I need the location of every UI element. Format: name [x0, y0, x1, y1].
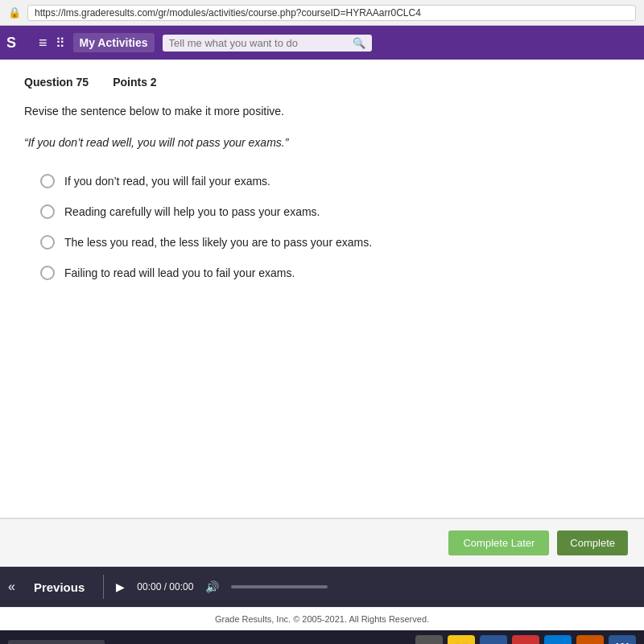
question-number: Question 75 — [24, 76, 89, 89]
question-points: Points 2 — [113, 76, 156, 89]
play-icon[interactable]: ▶ — [116, 580, 125, 593]
taskbar-icon-orange[interactable]: 9+ — [576, 635, 604, 644]
sidebar-s-label: S — [0, 26, 23, 60]
complete-later-button[interactable]: Complete Later — [448, 530, 549, 555]
option-item[interactable]: Reading carefully will help you to pass … — [40, 204, 620, 219]
option-text-2: Reading carefully will help you to pass … — [64, 205, 320, 218]
url-bar[interactable]: https://lms.graderesults.com/gr/modules/… — [27, 5, 636, 21]
footer-divider — [103, 575, 104, 599]
audio-progress-bar[interactable] — [231, 585, 328, 588]
question-header: Question 75 Points 2 — [24, 76, 620, 89]
radio-option-2[interactable] — [40, 204, 55, 219]
complete-button[interactable]: Complete — [557, 530, 628, 555]
volume-icon[interactable]: 🔊 — [205, 580, 219, 593]
main-content: Question 75 Points 2 Revise the sentence… — [0, 60, 644, 518]
option-text-3: The less you read, the less likely you a… — [64, 236, 372, 249]
taskbar-icons: ⊞ 📁 ⊞ 10 e 9+ W — [415, 635, 636, 644]
options-list: If you don’t read, you will fail your ex… — [40, 174, 620, 280]
option-item[interactable]: Failing to read will lead you to fail yo… — [40, 266, 620, 280]
taskbar-icon-edge[interactable]: e — [544, 635, 572, 644]
chevron-left-icon[interactable]: « — [8, 580, 15, 594]
option-item[interactable]: If you don’t read, you will fail your ex… — [40, 174, 620, 188]
search-bar: 🔍 — [163, 35, 372, 52]
menu-icon[interactable]: ≡ — [39, 35, 47, 52]
taskbar-search-input[interactable] — [8, 640, 105, 644]
taskbar-icon-windows-store[interactable]: ⊞ — [480, 635, 507, 644]
taskbar-icon-10[interactable]: 10 — [512, 635, 539, 644]
taskbar-icon-folder[interactable]: 📁 — [448, 635, 475, 644]
radio-option-4[interactable] — [40, 266, 55, 280]
question-quote: “If you don’t read well, you will not pa… — [24, 134, 620, 151]
option-text-1: If you don’t read, you will fail your ex… — [64, 175, 270, 188]
option-item[interactable]: The less you read, the less likely you a… — [40, 235, 620, 250]
question-instruction: Revise the sentence below to make it mor… — [24, 103, 620, 120]
top-nav: S ≡ ⠿ My Activities 🔍 — [0, 26, 644, 60]
taskbar-icon-word[interactable]: W — [609, 635, 636, 644]
footer-nav: « Previous ▶ 00:00 / 00:00 🔊 — [0, 567, 644, 607]
browser-bar: 🔒 https://lms.graderesults.com/gr/module… — [0, 0, 644, 26]
taskbar: ⊞ 📁 ⊞ 10 e 9+ W — [0, 630, 644, 644]
time-display: 00:00 / 00:00 — [137, 581, 193, 592]
lock-icon: 🔒 — [8, 6, 21, 19]
radio-option-3[interactable] — [40, 235, 55, 250]
search-icon: 🔍 — [353, 37, 365, 49]
taskbar-icon-windows[interactable]: ⊞ — [415, 635, 443, 644]
radio-option-1[interactable] — [40, 174, 55, 188]
previous-button[interactable]: Previous — [27, 577, 91, 597]
grid-icon[interactable]: ⠿ — [56, 35, 65, 51]
action-bar: Complete Later Complete — [0, 518, 644, 567]
footer-copyright: Grade Results, Inc. © 2005-2021. All Rig… — [0, 607, 644, 630]
option-text-4: Failing to read will lead you to fail yo… — [64, 266, 295, 279]
my-activities-label[interactable]: My Activities — [73, 33, 155, 52]
search-input[interactable] — [169, 37, 348, 49]
